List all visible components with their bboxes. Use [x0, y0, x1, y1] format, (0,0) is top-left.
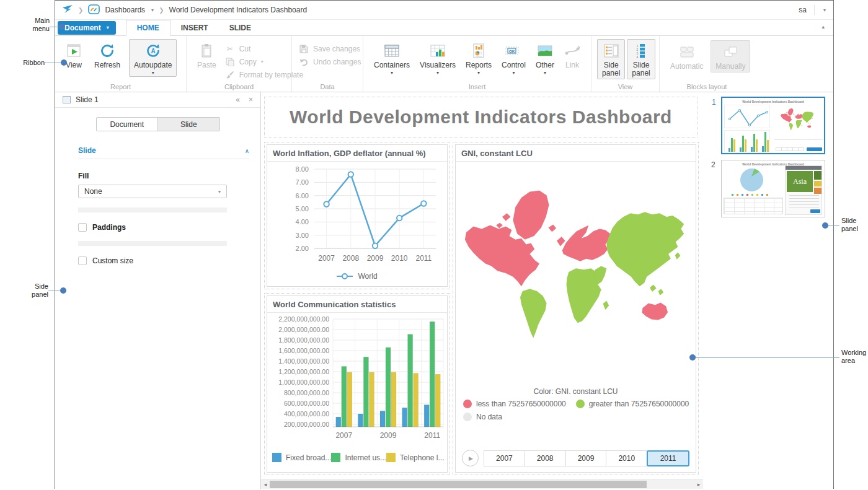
page: ❯ Dashboards ▾ ❯ World Development Indic… [0, 0, 868, 490]
group-label-report: Report [55, 83, 186, 90]
app-logo-icon [63, 5, 73, 15]
world-map[interactable] [456, 162, 696, 385]
thumb-map [772, 104, 823, 138]
undo-changes-button[interactable]: Undo changes [299, 58, 361, 66]
svg-text:2011: 2011 [424, 431, 440, 440]
scroll-right-icon[interactable]: ▸ [694, 480, 703, 489]
link-button[interactable]: Link [559, 39, 585, 71]
svg-text:1,000,000,000.00: 1,000,000,000.00 [278, 378, 329, 386]
slide-panel-toggle-button[interactable]: 1234 Slide panel [627, 39, 655, 79]
chevron-down-icon: ▾ [152, 71, 154, 75]
document-menu-button[interactable]: Document ▾ [58, 21, 116, 35]
automatic-layout-button[interactable]: Automatic [665, 40, 708, 72]
svg-text:4: 4 [637, 55, 639, 59]
side-panel-header: Slide 1 « × [55, 92, 260, 108]
year-button-2008[interactable]: 2008 [525, 450, 566, 466]
svg-text:2007: 2007 [335, 431, 352, 440]
year-button-2010[interactable]: 2010 [606, 450, 647, 466]
slide-2-thumbnail[interactable]: World Development Indicators Dashboard A… [721, 160, 825, 217]
manually-layout-button[interactable]: Manually [711, 40, 750, 72]
ribbon: View Refresh A Autoupdate ▾ Report [55, 36, 833, 92]
save-changes-button[interactable]: Save changes [299, 45, 361, 53]
link-icon [564, 42, 580, 59]
control-button[interactable]: OK Control ▾ [497, 39, 531, 77]
other-button[interactable]: Other ▾ [531, 39, 559, 77]
bar-chart-block[interactable]: World Communication statistics 2,200,000… [264, 293, 450, 475]
visualizers-icon [430, 42, 446, 59]
svg-text:2007: 2007 [318, 254, 335, 263]
tab-document-properties[interactable]: Document [97, 118, 158, 131]
svg-text:2009: 2009 [380, 431, 397, 440]
year-button-2011[interactable]: 2011 [647, 450, 689, 466]
map-block[interactable]: GNI, constant LCU Color: GNI. constant L… [453, 142, 699, 475]
tab-slide[interactable]: SLIDE [219, 20, 262, 36]
slide-panel: 1 World Development Indicators Dashboard [703, 92, 833, 489]
paddings-label: Paddings [92, 223, 126, 232]
annotation-line [45, 63, 61, 63]
bar-chart: 2,200,000,000.002,000,000,000.001,800,00… [267, 313, 447, 447]
paddings-checkbox[interactable] [78, 223, 87, 232]
svg-text:2008: 2008 [342, 254, 359, 263]
close-panel-icon[interactable]: × [249, 95, 253, 104]
horizontal-scrollbar[interactable]: ◂ ▸ [261, 479, 703, 489]
thumb-blue-button [810, 209, 820, 213]
breadcrumb-separator-icon: ❯ [78, 7, 83, 14]
user-menu-caret-icon[interactable]: ▾ [823, 7, 826, 13]
slide-1-thumbnail[interactable]: World Development Indicators Dashboard [721, 97, 825, 154]
svg-text:6.00: 6.00 [296, 192, 309, 199]
chevron-down-icon: ▾ [477, 71, 480, 75]
line-chart-block[interactable]: World Inflation, GDP deflator (annual %)… [264, 142, 450, 289]
scrollbar-thumb[interactable] [270, 481, 647, 488]
breadcrumb-dashboards[interactable]: Dashboards [105, 6, 145, 14]
paste-button[interactable]: Paste [192, 39, 221, 71]
tab-home[interactable]: HOME [126, 20, 170, 36]
control-label: Control [502, 61, 526, 69]
fill-select-value: None [84, 187, 102, 196]
refresh-button[interactable]: Refresh [89, 39, 125, 71]
containers-button[interactable]: Containers ▾ [369, 39, 415, 77]
slide-icon [63, 96, 71, 103]
side-panel-toggle-button[interactable]: Side panel [597, 39, 625, 79]
annotation-side-panel: Side panel [26, 282, 48, 299]
slide-panel-toggle-label: Slide panel [632, 61, 650, 77]
undo-icon [299, 58, 309, 66]
tab-slide-properties[interactable]: Slide [157, 118, 219, 131]
play-button[interactable]: ▶ [462, 450, 479, 466]
autoupdate-button[interactable]: A Autoupdate ▾ [129, 39, 177, 77]
user-name[interactable]: sa [799, 6, 807, 14]
breadcrumb-separator-icon: ❯ [159, 7, 164, 14]
containers-icon [384, 42, 400, 59]
autoupdate-label: Autoupdate [134, 61, 172, 69]
collapse-section-icon[interactable]: ∧ [245, 147, 249, 154]
year-button-2007[interactable]: 2007 [484, 450, 525, 466]
properties-tab-switch: Document Slide [96, 117, 220, 131]
bar-chart-title: World Communication statistics [267, 296, 447, 313]
annotation-line [693, 357, 839, 358]
svg-text:1,400,000,000.00: 1,400,000,000.00 [278, 357, 329, 365]
scroll-left-icon[interactable]: ◂ [261, 480, 270, 489]
legend-marker-icon [337, 273, 353, 279]
collapse-panel-icon[interactable]: « [236, 95, 240, 104]
year-button-2009[interactable]: 2009 [565, 450, 607, 466]
brush-icon [225, 71, 235, 79]
chevron-down-icon: ▾ [261, 60, 264, 64]
thumb-map-legend [774, 139, 823, 140]
annotation-working-area: Working area [841, 349, 868, 365]
reports-button[interactable]: Reports ▾ [461, 39, 497, 77]
divider-bar [78, 241, 227, 246]
tab-insert[interactable]: INSERT [170, 20, 219, 36]
slide-panel-icon: 1234 [634, 42, 648, 59]
fill-select[interactable]: None ▾ [78, 185, 227, 198]
side-panel-icon [603, 42, 619, 59]
svg-text:5.00: 5.00 [296, 205, 309, 212]
view-button[interactable]: View [61, 39, 87, 71]
visualizers-button[interactable]: Visualizers ▾ [415, 39, 461, 77]
legend-series-fixed-broadband: Fixed broad... [286, 453, 331, 462]
dashboard-title-block[interactable]: World Development Indicators Dashboard [264, 97, 698, 138]
working-area: World Development Indicators Dashboard W… [261, 92, 703, 489]
paste-label: Paste [197, 61, 216, 69]
paste-icon [199, 42, 214, 59]
custom-size-checkbox[interactable] [78, 256, 87, 265]
collapse-ribbon-icon[interactable]: ▴ [822, 24, 825, 30]
dashboards-dropdown-icon[interactable]: ▾ [151, 7, 154, 13]
